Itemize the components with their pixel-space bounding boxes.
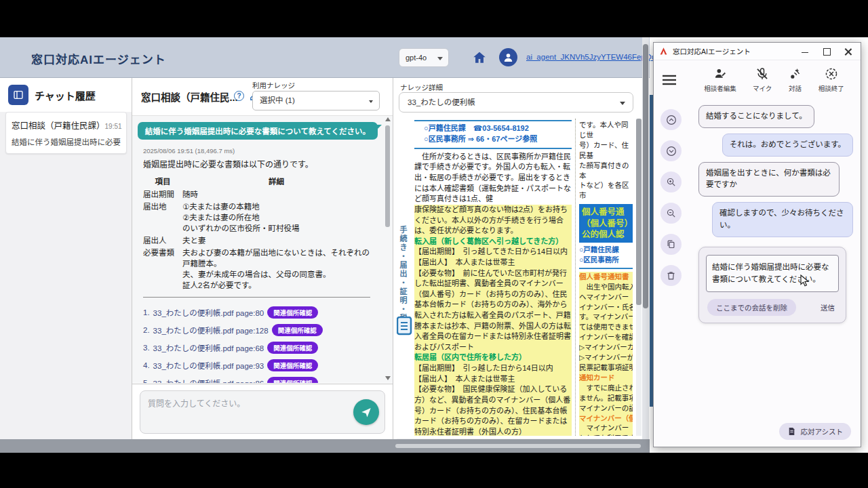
doc-line: 個人番号通知書 [579,272,633,282]
page-scrollbar-thumb[interactable] [643,44,648,308]
scroll-up-arrow[interactable] [385,117,391,121]
assistant-answer: 2025/08/06 19:51 (18,496.7 ms) 婚姻届提出時に必要… [143,147,380,383]
reference-source[interactable]: 33_わたしの便利帳.pdf page:68 [153,342,264,353]
suggested-question-box[interactable]: 結婚に伴う婚姻届提出時に必要な書類について教えてください。 [706,255,839,292]
related-section-badge[interactable]: 関連個所確認 [267,306,318,319]
document-vertical-scrollbar[interactable] [636,119,642,436]
knowledge-detail-label: ナレッジ詳細 [400,82,443,92]
reference-index: 4. [143,361,150,369]
col-item: 項目 [143,176,182,186]
doc-column-divider [575,119,576,436]
reference-index: 5. [143,379,150,383]
assist-doc-icon [787,427,796,436]
close-button[interactable] [844,47,852,56]
knowledge-usage-select[interactable]: 選択中 (1) [252,91,380,110]
chat-scrollbar-thumb[interactable] [385,125,390,227]
reference-item[interactable]: 1. 33_わたしの便利帳.pdf page:80 関連個所確認 [143,304,380,321]
reference-item[interactable]: 3. 33_わたしの便利帳.pdf page:68 関連個所確認 [143,339,380,357]
response-assist-button[interactable]: 応対アシスト [779,423,851,440]
page-scrollbar[interactable] [642,37,649,439]
chat-history-header: チャット履歴 [0,78,132,112]
assist-label: 応対アシスト [800,426,843,436]
minimize-button[interactable] [801,47,809,56]
toolbar-edit-consultant[interactable]: 相談者編集 [704,67,736,93]
doc-line: マイナンバー（個 [579,423,633,433]
doc-line: 出生や国内転入 [579,282,633,292]
table-row: 届出人 夫と妻 [143,235,370,245]
doc-line: 号）カード、住民基 [579,140,633,161]
chat-history-sidebar: チャット履歴 窓口相談（戸籍住民課） 19:51 結婚に伴う婚姻届提出時に必要… [0,78,132,439]
doc-col2-highlighted: 個人番号通知書 出生や国内転入ヘマイナンバー（個イナンバー・氏名す。マイナンバー… [579,272,633,436]
row-detail: 夫および妻の本籍が届出地にないときは、それぞれの戸籍謄本。 夫、妻が未成年の場合… [182,247,370,290]
history-item-title: 窓口相談（戸籍住民課） [12,119,105,131]
web-app-window: 窓口対応AIエージェント gpt-4o ai_agent_JKNVh5JzyYT… [0,37,650,453]
doc-line: 康保険証など顔写真のない物は2点）をお持ちください。本人以外の方が手続きを行う場… [414,205,572,237]
doc-line: イナンバーを確認 [579,332,633,342]
row-detail: ①夫または妻の本籍地 ②夫または妻の所在地 のいずれかの区市役所・町村役場 [182,201,370,233]
toolbar-dialog[interactable]: 対話 [789,67,802,93]
reference-list: 1. 33_わたしの便利帳.pdf page:80 関連個所確認 2. 33_わ… [143,304,380,383]
delete-button[interactable] [660,265,682,286]
panel-toggle-icon[interactable] [8,85,28,105]
doc-heading-line: 公的個人認 [582,229,630,240]
related-section-badge[interactable]: 関連個所確認 [272,324,323,336]
zoom-in-button[interactable] [660,171,682,192]
reference-index: 2. [143,326,150,334]
send-button[interactable] [353,399,379,425]
doc-line: ▷マイナンバーが [579,352,633,363]
send-suggestion-button[interactable]: 送信 [821,302,837,312]
document-vscroll-thumb[interactable] [636,119,642,305]
toolbar-mic[interactable]: マイク [753,67,772,93]
user-avatar-icon[interactable] [499,48,517,66]
answer-intro: 婚姻届提出時に必要な書類は以下の通りです。 [143,158,380,169]
table-row: 必要書類 夫および妻の本籍が届出地にないときは、それぞれの戸籍謄本。 夫、妻が未… [143,247,370,290]
doc-column-2: です。本人や同じ世号）カード、住民基た顔写真付きの本トなど）を各区市 個人番号通… [579,120,633,436]
related-section-badge[interactable]: 関連個所確認 [267,377,318,383]
row-detail: 随時 [182,188,370,199]
menu-icon[interactable] [662,75,678,85]
page-hscroll-thumb[interactable] [395,444,641,448]
reference-item[interactable]: 5. 33_わたしの便利帳.pdf page:86 関連個所確認 [143,374,380,383]
window-title-bar[interactable]: 窓口対応AIエージェント [654,43,861,60]
reference-source[interactable]: 33_わたしの便利帳.pdf page:93 [153,360,264,371]
answer-table: 項目 詳細 届出期間 随時 届出地 ①夫または [143,176,370,290]
answer-table-rows: 届出期間 随時 届出地 ①夫または妻の本籍地 ②夫または妻の所在地 のいずれかの… [143,188,370,290]
reference-item[interactable]: 4. 33_わたしの便利帳.pdf page:93 関連個所確認 [143,357,380,374]
row-label: 届出地 [143,201,182,233]
question-input[interactable] [140,390,385,434]
scroll-top-button[interactable] [660,109,682,130]
chat-scrollbar[interactable] [384,117,391,380]
help-icon[interactable]: ? [234,91,244,101]
reference-source[interactable]: 33_わたしの便利帳.pdf page:86 [153,378,264,383]
doc-column-1: ○戸籍住民課 ☎03-5654-8192 ○区民事務所 ⇒ 66・67ページ参照… [414,120,572,436]
model-select[interactable]: gpt-4o [399,48,449,67]
knowledge-detail-select[interactable]: 33_わたしの便利帳 [399,92,633,113]
related-section-badge[interactable]: 関連個所確認 [267,359,318,371]
scroll-bottom-button[interactable] [660,140,682,161]
window-toolbar: 相談者編集 マイク 対話 相談終了 [654,60,861,100]
doc-line: 【届出人】 本人または世帯主 [414,374,572,385]
answer-timestamp: 2025/08/06 19:51 (18,496.7 ms) [143,147,380,155]
doc-line: 民票記載事項証明 [579,363,633,373]
reference-source[interactable]: 33_わたしの便利帳.pdf page:80 [153,307,264,318]
reference-index: 1. [143,308,150,317]
side-tool-rail [660,109,682,286]
end-session-icon [825,67,838,81]
doc-line: た顔写真付きの本 [579,161,633,181]
toolbar-end-consultation[interactable]: 相談終了 [818,67,844,93]
zoom-out-button[interactable] [660,203,682,224]
copy-button[interactable] [660,234,682,255]
delete-conversation-button[interactable]: ここまでの会話を削除 [707,299,796,316]
row-label: 届出人 [143,235,182,245]
row-label: 届出期間 [143,188,182,199]
account-link[interactable]: ai_agent_JKNVh5JzyYTEW46FepQuf [526,53,658,61]
maximize-button[interactable] [823,47,831,56]
scroll-down-arrow[interactable] [385,376,391,380]
doc-line: すでに廃止され [579,383,633,393]
reference-item[interactable]: 2. 33_わたしの便利帳.pdf page:128 関連個所確認 [143,321,380,339]
reference-source[interactable]: 33_わたしの便利帳.pdf page:128 [153,325,269,336]
home-icon[interactable] [472,50,487,65]
toolbar-label: 相談者編集 [704,83,736,93]
chat-history-item[interactable]: 窓口相談（戸籍住民課） 19:51 結婚に伴う婚姻届提出時に必要… [5,112,127,154]
related-section-badge[interactable]: 関連個所確認 [267,342,318,354]
